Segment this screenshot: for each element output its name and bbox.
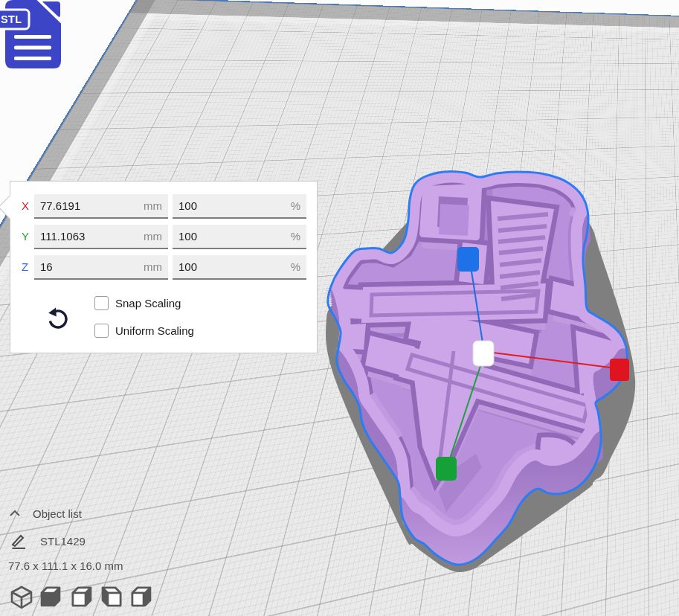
- svg-text:STL: STL: [1, 13, 22, 25]
